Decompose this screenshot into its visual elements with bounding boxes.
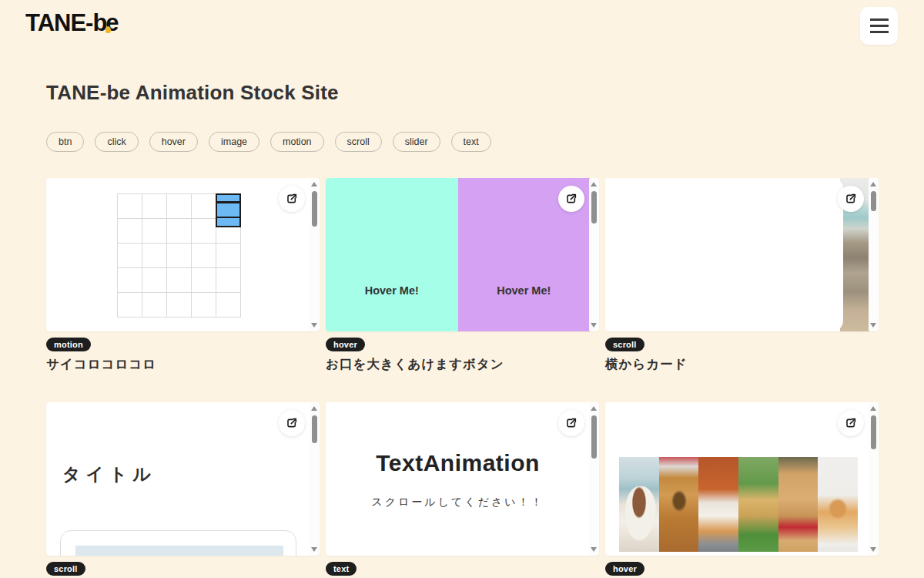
dog-photo[interactable] — [698, 457, 738, 552]
filter-slider[interactable]: slider — [393, 132, 440, 152]
external-link-icon — [286, 417, 298, 429]
scroll-down-icon[interactable] — [311, 547, 317, 552]
card-title[interactable]: 横からカード — [605, 356, 879, 373]
scroll-up-icon[interactable] — [311, 182, 317, 187]
filter-image[interactable]: image — [209, 132, 259, 152]
open-external-button[interactable] — [279, 186, 305, 212]
open-external-button[interactable] — [838, 186, 864, 212]
scroll-up-icon[interactable] — [591, 182, 597, 187]
scroll-down-icon[interactable] — [591, 547, 597, 552]
card-scroll-title: タイトル scroll — [46, 402, 320, 576]
open-external-button[interactable] — [558, 410, 584, 436]
filter-tag-list: btn click hover image motion scroll slid… — [46, 132, 879, 152]
category-badge[interactable]: hover — [605, 562, 644, 576]
sliding-card — [605, 178, 843, 331]
open-external-button[interactable] — [279, 410, 305, 436]
preview-frame — [46, 178, 320, 331]
category-badge[interactable]: motion — [46, 338, 91, 351]
card-hover-button: Hover Me! Hover Me! hover お口を大きくあけますボタン — [326, 178, 599, 373]
open-external-button[interactable] — [838, 410, 864, 436]
external-link-icon — [565, 417, 578, 429]
preview-scrollbar[interactable] — [869, 179, 878, 331]
filter-btn[interactable]: btn — [46, 132, 84, 152]
preview-scrollbar[interactable] — [310, 403, 319, 555]
dog-photo[interactable] — [818, 457, 858, 552]
dog-photo[interactable] — [778, 457, 819, 552]
scroll-up-icon[interactable] — [311, 406, 317, 411]
hover-label: Hover Me! — [458, 284, 591, 297]
preview-frame — [605, 402, 879, 556]
category-badge[interactable]: scroll — [46, 562, 85, 576]
scroll-down-icon[interactable] — [311, 323, 317, 328]
external-link-icon — [565, 193, 578, 205]
card-side-slide: scroll 横からカード — [605, 178, 879, 373]
external-link-icon — [845, 193, 857, 205]
main-content: TANE-be Animation Stock Site btn click h… — [46, 0, 879, 576]
card-title[interactable]: サイコロコロコロ — [46, 356, 320, 373]
scrollbar-thumb[interactable] — [591, 415, 597, 459]
scrollbar-thumb[interactable] — [871, 191, 876, 211]
category-badge[interactable]: text — [326, 562, 357, 576]
external-link-icon — [286, 193, 298, 205]
filter-scroll[interactable]: scroll — [335, 132, 382, 152]
scroll-down-icon[interactable] — [591, 323, 597, 328]
preview-frame: TextAnimation スクロールしてください！！ — [326, 402, 599, 556]
preview-scrollbar[interactable] — [589, 403, 598, 555]
card-dice-motion: motion サイコロコロコロ — [46, 178, 320, 373]
hover-demo: Hover Me! Hover Me! — [326, 178, 590, 331]
hover-target-left[interactable]: Hover Me! — [326, 178, 458, 331]
demo-subheading: スクロールしてください！！ — [326, 496, 590, 509]
external-link-icon — [845, 417, 857, 429]
demo-heading: TextAnimation — [326, 450, 590, 476]
dog-photo[interactable] — [738, 457, 778, 552]
card-text-animation: TextAnimation スクロールしてください！！ text — [326, 402, 599, 576]
scrollbar-thumb[interactable] — [312, 415, 317, 443]
scroll-down-icon[interactable] — [870, 323, 876, 328]
scrollbar-thumb[interactable] — [871, 415, 876, 449]
filter-text[interactable]: text — [451, 132, 491, 152]
scrollbar-thumb[interactable] — [312, 191, 317, 227]
demo-content-bar — [75, 546, 283, 556]
dog-photo[interactable] — [619, 457, 659, 552]
preview-scrollbar[interactable] — [869, 403, 878, 555]
dog-photo[interactable] — [659, 457, 699, 552]
scroll-up-icon[interactable] — [591, 406, 597, 411]
demo-heading: タイトル — [62, 462, 156, 486]
filter-motion[interactable]: motion — [270, 132, 324, 152]
filter-hover[interactable]: hover — [149, 132, 198, 152]
dice-board — [117, 193, 241, 318]
category-badge[interactable]: hover — [326, 338, 365, 351]
dog-photo-collage — [619, 457, 858, 552]
hover-label: Hover Me! — [326, 284, 458, 297]
scroll-down-icon[interactable] — [870, 547, 876, 552]
card-grid: motion サイコロコロコロ Hover Me! Hover Me! — [46, 178, 879, 576]
scroll-up-icon[interactable] — [870, 406, 876, 411]
open-external-button[interactable] — [558, 186, 584, 212]
card-title[interactable]: お口を大きくあけますボタン — [326, 356, 599, 373]
preview-scrollbar[interactable] — [310, 179, 319, 331]
preview-frame — [605, 178, 879, 331]
scroll-up-icon[interactable] — [870, 182, 876, 187]
dice-shape — [216, 193, 241, 227]
scrollbar-thumb[interactable] — [591, 191, 597, 223]
demo-content-box — [60, 530, 296, 556]
preview-frame: Hover Me! Hover Me! — [326, 178, 599, 331]
card-dog-collage: hover — [605, 402, 879, 576]
row-spacer — [46, 373, 879, 402]
page-title: TANE-be Animation Stock Site — [46, 81, 879, 105]
preview-frame: タイトル — [46, 402, 320, 556]
preview-scrollbar[interactable] — [589, 179, 598, 331]
filter-click[interactable]: click — [95, 132, 138, 152]
category-badge[interactable]: scroll — [605, 338, 644, 351]
